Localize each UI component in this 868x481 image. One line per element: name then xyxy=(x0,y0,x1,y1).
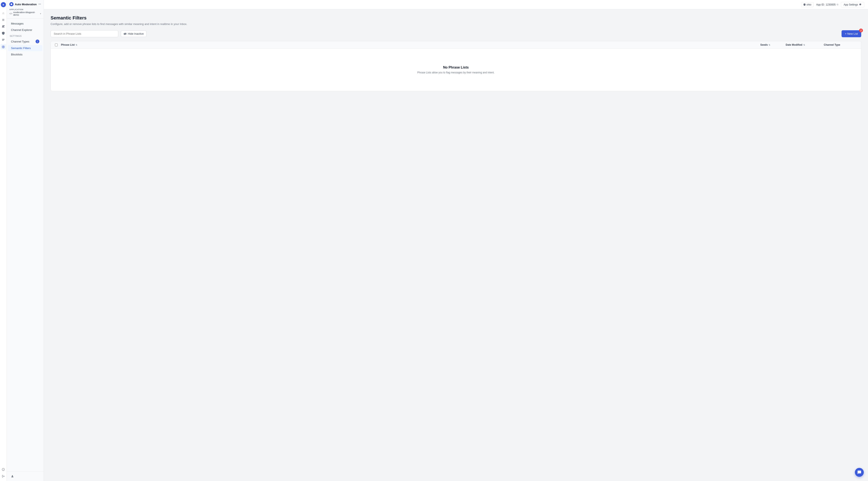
book-icon[interactable] xyxy=(1,37,6,43)
code-icon: </> xyxy=(9,12,12,15)
page-subtitle: Configure, add or remove phrase lists to… xyxy=(51,23,861,26)
column-seeds[interactable]: Seeds ⇅ xyxy=(760,43,786,46)
hide-inactive-button[interactable]: Hide Inactive xyxy=(121,30,147,37)
topbar: ohio App ID: 1230005 ⧉ App Settings xyxy=(44,0,868,9)
sidebar: Auto Moderation ••• APPLICATION </> mode… xyxy=(7,0,44,481)
svg-point-10 xyxy=(12,475,13,476)
date-modified-sort-icon[interactable]: ⇅ xyxy=(803,44,805,46)
empty-state-description: Phrase Lists allow you to flag messages … xyxy=(417,71,495,74)
new-list-wrapper: + New List 2 xyxy=(842,30,861,37)
filter-icon[interactable] xyxy=(1,44,6,50)
sidebar-item-channel-types[interactable]: Channel Types 1 xyxy=(8,38,42,45)
sidebar-item-blocklists[interactable]: Blocklists xyxy=(8,52,42,58)
column-seeds-label: Seeds xyxy=(760,43,768,46)
table-header: Phrase List ⇅ Seeds ⇅ Date Modified ⇅ Ch… xyxy=(51,41,861,49)
env-name: ohio xyxy=(807,3,811,6)
sidebar-bottom xyxy=(7,472,43,481)
svg-rect-2 xyxy=(2,39,4,39)
application-label: APPLICATION xyxy=(9,8,41,10)
column-date-modified[interactable]: Date Modified ⇅ xyxy=(786,43,824,46)
sidebar-item-blocklists-label: Blocklists xyxy=(11,53,23,56)
sidebar-item-profile[interactable] xyxy=(8,473,42,479)
sidebar-more-icon[interactable]: ••• xyxy=(38,3,41,6)
chat-bubble-button[interactable] xyxy=(855,468,864,477)
app-env-name: moderation-blogpost-demo xyxy=(13,11,39,16)
svg-rect-3 xyxy=(2,39,4,40)
select-all-checkbox[interactable] xyxy=(54,43,58,46)
sidebar-item-messages[interactable]: Messages xyxy=(8,21,42,27)
channel-types-badge: 1 xyxy=(36,39,39,43)
empty-state: No Phrase Lists Phrase Lists allow you t… xyxy=(51,49,861,91)
settings-section-label: SETTINGS xyxy=(7,33,43,38)
sidebar-item-messages-label: Messages xyxy=(11,22,24,25)
copy-app-id-icon[interactable]: ⧉ xyxy=(837,3,838,6)
sidebar-item-semantic-filters[interactable]: Semantic Filters xyxy=(8,45,42,51)
content-toolbar: Hide Inactive + New List 2 xyxy=(51,30,861,37)
main-content: Semantic Filters Configure, add or remov… xyxy=(44,9,868,481)
app-settings-label: App Settings xyxy=(844,3,858,6)
hide-inactive-label: Hide Inactive xyxy=(128,32,144,35)
users-icon[interactable] xyxy=(1,24,6,29)
search-phrase-lists-input[interactable] xyxy=(51,30,118,37)
svg-rect-4 xyxy=(2,40,4,41)
phrase-lists-table: Phrase List ⇅ Seeds ⇅ Date Modified ⇅ Ch… xyxy=(51,41,861,91)
empty-state-title: No Phrase Lists xyxy=(443,66,469,69)
app-environment: </> moderation-blogpost-demo ▾ xyxy=(9,11,41,16)
app-id-value: 1230005 xyxy=(826,3,836,6)
app-id-display: App ID: 1230005 ⧉ xyxy=(816,3,838,6)
icon-rail: ★ ⌂ ⊞ ? xyxy=(0,0,7,481)
seeds-sort-icon[interactable]: ⇅ xyxy=(769,44,770,46)
home-icon[interactable]: ⌂ xyxy=(1,10,6,15)
page-title: Semantic Filters xyxy=(51,15,861,21)
main-area: ohio App ID: 1230005 ⧉ App Settings Sema… xyxy=(44,0,868,481)
column-date-modified-label: Date Modified xyxy=(786,43,802,46)
environment-badge: ohio xyxy=(801,2,814,7)
sidebar-item-channel-explorer-label: Channel Explorer xyxy=(11,28,32,32)
app-id-label: App ID: xyxy=(816,3,825,6)
env-dropdown-icon[interactable]: ▾ xyxy=(40,12,41,15)
svg-text:?: ? xyxy=(3,469,4,471)
shield-icon[interactable] xyxy=(1,30,6,36)
new-list-label: + New List xyxy=(845,32,858,35)
column-channel-type: Channel Type xyxy=(824,43,858,46)
app-settings-button[interactable]: App Settings xyxy=(841,2,864,7)
svg-point-9 xyxy=(10,3,12,5)
sidebar-item-channel-explorer[interactable]: Channel Explorer xyxy=(8,27,42,33)
sidebar-item-semantic-filters-label: Semantic Filters xyxy=(11,46,31,50)
sidebar-app-icon xyxy=(9,2,13,6)
new-list-badge: 2 xyxy=(859,29,863,32)
help-icon[interactable]: ? xyxy=(1,467,6,472)
app-logo-icon: ★ xyxy=(1,2,6,7)
svg-point-6 xyxy=(3,46,4,47)
svg-point-0 xyxy=(2,25,3,26)
column-phrase-list-label: Phrase List xyxy=(61,43,75,46)
sidebar-app-name: Auto Moderation xyxy=(15,3,37,6)
svg-point-1 xyxy=(4,25,4,26)
new-list-button[interactable]: + New List xyxy=(842,30,861,37)
sidebar-navigation: Messages Channel Explorer SETTINGS Chann… xyxy=(7,19,43,60)
column-phrase-list[interactable]: Phrase List ⇅ xyxy=(61,43,760,46)
logout-icon[interactable] xyxy=(1,473,6,479)
column-channel-type-label: Channel Type xyxy=(824,43,840,46)
grid-icon[interactable]: ⊞ xyxy=(1,17,6,23)
sidebar-item-channel-types-label: Channel Types xyxy=(11,40,29,43)
phrase-list-sort-icon[interactable]: ⇅ xyxy=(75,44,77,46)
